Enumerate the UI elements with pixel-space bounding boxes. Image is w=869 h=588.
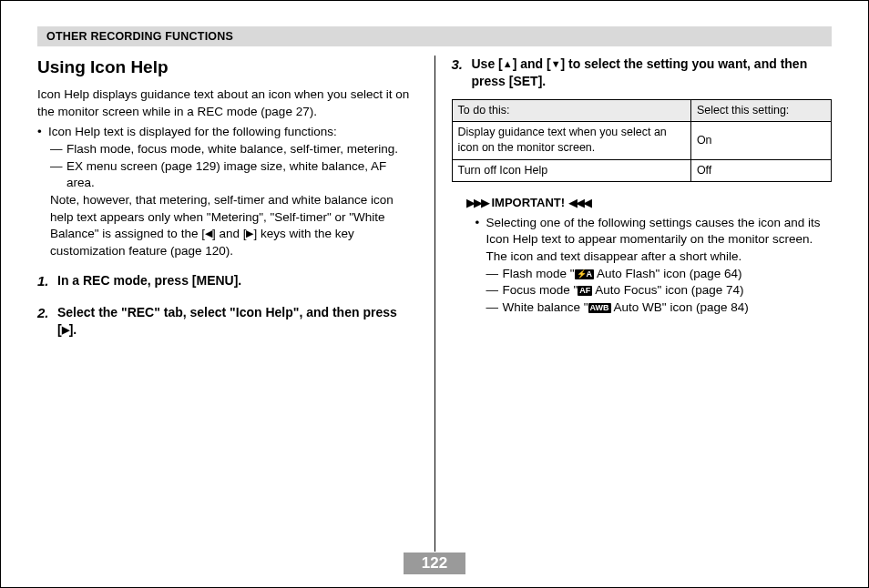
table-cell: On	[690, 122, 831, 160]
table-cell: Off	[690, 159, 831, 181]
step-3: 3. Use [▲] and [▼] to select the setting…	[452, 56, 833, 90]
step-text: Select the "REC" tab, select "Icon Help"…	[57, 304, 418, 339]
right-arrows-icon: ▶▶▶	[466, 195, 488, 211]
step-text: In a REC mode, press [MENU].	[57, 272, 418, 291]
d1-post: Auto Flash" icon (page 64)	[594, 267, 741, 280]
important-label: IMPORTANT!	[492, 195, 566, 211]
up-triangle-icon: ▲	[503, 58, 513, 69]
down-triangle-icon: ▼	[551, 58, 561, 69]
important-bullet: • Selecting one of the following setting…	[452, 215, 833, 266]
dash-marker: —	[486, 299, 503, 317]
step-number: 3.	[452, 56, 472, 90]
important-dash-item: — Focus mode "AF Auto Focus" icon (page …	[452, 282, 833, 299]
important-dash-item: — Flash mode "⚡A Auto Flash" icon (page …	[452, 266, 833, 283]
auto-focus-icon: AF	[578, 286, 592, 296]
table-header-row: To do this: Select this setting:	[452, 99, 832, 121]
dash-item: — Flash mode, focus mode, white balance,…	[37, 141, 418, 158]
dash-text: EX menu screen (page 129) image size, wh…	[66, 158, 418, 192]
table-cell: Display guidance text when you select an…	[452, 122, 690, 160]
bullet-marker: •	[37, 124, 48, 141]
settings-table: To do this: Select this setting: Display…	[452, 99, 833, 182]
bullet-text: Selecting one of the following settings …	[486, 215, 833, 266]
step3-pre: Use [	[472, 56, 503, 71]
step-1: 1. In a REC mode, press [MENU].	[37, 272, 418, 291]
d1-pre: Flash mode "	[503, 267, 575, 280]
manual-page: OTHER RECORDING FUNCTIONS Using Icon Hel…	[0, 0, 869, 588]
right-triangle-icon: ▶	[62, 324, 69, 335]
auto-wb-icon: AWB	[588, 303, 611, 313]
page-title: Using Icon Help	[37, 56, 418, 79]
d2-pre: Focus mode "	[503, 283, 578, 297]
step-2: 2. Select the "REC" tab, select "Icon He…	[37, 304, 418, 339]
page-number-container: 122	[1, 553, 868, 574]
dash-text: Flash mode "⚡A Auto Flash" icon (page 64…	[503, 266, 833, 283]
dash-text: Focus mode "AF Auto Focus" icon (page 74…	[503, 282, 833, 299]
table-cell: Turn off Icon Help	[452, 159, 690, 181]
note-paragraph: Note, however, that metering, self-timer…	[37, 192, 418, 260]
dash-marker: —	[50, 158, 66, 192]
step-number: 1.	[37, 272, 57, 291]
page-number: 122	[404, 553, 465, 574]
table-header: Select this setting:	[690, 99, 831, 121]
dash-text: Flash mode, focus mode, white balance, s…	[66, 141, 418, 158]
table-row: Turn off Icon Help Off	[452, 159, 832, 181]
right-column: 3. Use [▲] and [▼] to select the setting…	[435, 56, 833, 552]
step2-post: ].	[69, 322, 77, 337]
important-heading: ▶▶▶ IMPORTANT! ◀◀◀	[452, 195, 833, 211]
d3-pre: White balance "	[503, 300, 588, 314]
d3-post: Auto WB" icon (page 84)	[611, 300, 749, 314]
left-arrows-icon: ◀◀◀	[568, 195, 590, 211]
dash-item: — EX menu screen (page 129) image size, …	[37, 158, 418, 192]
left-triangle-icon: ◀	[205, 228, 212, 238]
intro-paragraph: Icon Help displays guidance text about a…	[37, 86, 418, 120]
dash-marker: —	[486, 282, 503, 299]
d2-post: Auto Focus" icon (page 74)	[592, 283, 743, 297]
note-text-mid: ] and [	[212, 227, 247, 240]
bullet-text: Icon Help text is displayed for the foll…	[48, 124, 418, 141]
flash-auto-icon: ⚡A	[575, 269, 595, 279]
dash-marker: —	[50, 141, 66, 158]
section-header: OTHER RECORDING FUNCTIONS	[37, 26, 832, 46]
step2-pre: Select the "REC" tab, select "Icon Help"…	[57, 305, 397, 337]
bullet-item: • Icon Help text is displayed for the fo…	[37, 124, 418, 141]
table-row: Display guidance text when you select an…	[452, 122, 832, 160]
left-column: Using Icon Help Icon Help displays guida…	[37, 56, 434, 552]
two-column-layout: Using Icon Help Icon Help displays guida…	[37, 56, 832, 552]
bullet-marker: •	[475, 215, 486, 266]
step-number: 2.	[37, 304, 57, 339]
dash-text: White balance "AWB Auto WB" icon (page 8…	[503, 299, 833, 317]
dash-marker: —	[486, 266, 503, 283]
step3-mid: ] and [	[513, 56, 551, 71]
important-dash-item: — White balance "AWB Auto WB" icon (page…	[452, 299, 833, 317]
step-text: Use [▲] and [▼] to select the setting yo…	[472, 56, 833, 90]
table-header: To do this:	[452, 99, 690, 121]
